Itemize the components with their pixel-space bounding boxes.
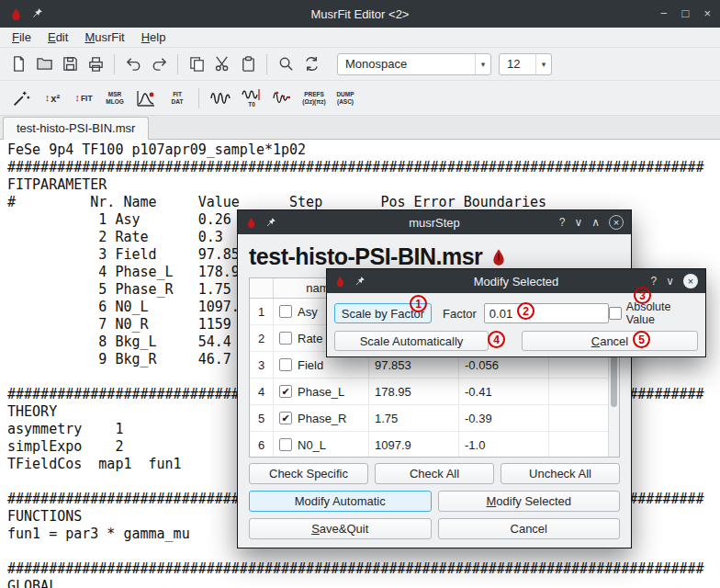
prefs-button[interactable]: PREFS (Ωz)(πz) (298, 84, 330, 113)
value-cell: 1.75 (369, 405, 459, 431)
menu-file[interactable]: File (4, 28, 39, 46)
save-button[interactable] (57, 51, 83, 77)
font-size-value: 12 (500, 57, 535, 71)
row-checkbox[interactable] (279, 358, 292, 371)
row-number: 5 (250, 405, 274, 431)
minimize-icon[interactable]: − (660, 0, 668, 28)
undo-button[interactable] (120, 51, 146, 77)
chevron-down-icon[interactable]: ▾ (475, 54, 490, 74)
help-icon[interactable]: ? (651, 275, 658, 288)
absolute-value-option[interactable]: Absolute Value (609, 300, 698, 326)
param-name: N0_L (298, 438, 326, 452)
fit-button[interactable]: ↕ FIT (68, 84, 99, 113)
menu-help[interactable]: Help (133, 28, 174, 46)
menu-musrfit[interactable]: MusrFit (76, 28, 132, 46)
raw-plot-button[interactable] (267, 84, 298, 113)
main-titlebar[interactable]: MusrFit Editor <2> − □ × (0, 0, 720, 28)
tabbar: test-histo-PSI-BIN.msr (0, 116, 720, 140)
prefs-sub-label: (Ωz)(πz) (302, 98, 325, 106)
paste-button[interactable] (235, 51, 261, 77)
chevron-down-icon[interactable]: ▾ (535, 54, 551, 74)
pin-icon[interactable] (264, 217, 276, 229)
font-family-combo[interactable]: Monospace ▾ (337, 53, 491, 75)
table-row[interactable]: 6 N0_L 1097.9 -1.0 (250, 432, 619, 458)
fit-dat-button[interactable]: FIT DAT (162, 84, 193, 113)
pin-icon[interactable] (30, 7, 43, 20)
copy-button[interactable] (184, 51, 209, 77)
unshade-icon[interactable]: ∧ (591, 216, 600, 229)
row-number: 3 (250, 352, 274, 378)
musrstep-cancel-button[interactable]: Cancel (438, 518, 621, 539)
msr-file-heading: test-histo-PSI-BIN.msr (249, 243, 482, 270)
toolbar-separator (114, 54, 115, 74)
mlog-label: MLOG (106, 98, 124, 106)
absolute-value-checkbox[interactable] (609, 307, 622, 320)
fit-dat-top-label: FIT (173, 91, 182, 98)
menu-edit[interactable]: Edit (39, 28, 76, 46)
param-name: Field (298, 358, 323, 372)
annotation-5: 5 (633, 331, 650, 348)
file-toolbar: Monospace ▾ 12 ▾ (0, 48, 720, 81)
close-icon[interactable]: × (609, 215, 624, 230)
close-icon[interactable]: × (683, 274, 698, 288)
factor-label: Factor (443, 307, 477, 321)
t0-button[interactable]: T0 (236, 84, 267, 113)
row-number: 4 (250, 379, 274, 404)
row-checkbox[interactable]: ✔ (279, 385, 292, 398)
updown-arrows-icon: ↕ (74, 93, 80, 103)
font-size-combo[interactable]: 12 ▾ (499, 53, 552, 75)
name-cell: ✔ Phase_L (274, 379, 369, 404)
dump-label: DUMP (336, 91, 354, 98)
modify-cancel-button[interactable]: Cancel (522, 331, 698, 351)
table-row[interactable]: 5 ✔ Phase_R 1.75 -0.39 (250, 405, 619, 432)
new-file-button[interactable] (6, 51, 31, 77)
redo-button[interactable] (146, 51, 172, 77)
uncheck-all-button[interactable]: Uncheck All (501, 463, 620, 484)
row-checkbox[interactable] (279, 332, 292, 345)
modify-selected-button[interactable]: Modify Selected (438, 491, 621, 512)
annotation-3: 3 (634, 287, 651, 304)
maximize-icon[interactable]: □ (682, 0, 690, 28)
pin-icon[interactable] (354, 276, 366, 288)
musrview-button[interactable] (130, 84, 162, 113)
save-quit-button[interactable]: Save&Quit (249, 518, 432, 539)
scale-automatically-button[interactable]: Scale Automatically (334, 331, 489, 351)
param-name: Rate (298, 332, 322, 345)
find-button[interactable] (273, 51, 298, 77)
tab-msr-file[interactable]: test-histo-PSI-BIN.msr (3, 117, 149, 140)
toolbar-separator (266, 54, 267, 74)
annotation-4: 4 (488, 331, 505, 348)
app-icon (245, 217, 257, 229)
row-checkbox[interactable]: ✔ (279, 412, 292, 424)
musr-wizard-button[interactable] (6, 84, 37, 113)
cut-button[interactable] (209, 51, 235, 77)
chisq-button[interactable]: ↕ x² (37, 84, 68, 113)
factor-input[interactable] (484, 303, 609, 323)
close-icon[interactable]: × (703, 0, 711, 28)
row-checkbox[interactable] (279, 305, 292, 318)
row-checkbox[interactable] (279, 438, 292, 451)
menubar: File Edit MusrFit Help (0, 28, 720, 48)
table-row[interactable]: 4 ✔ Phase_L 178.95 -0.41 (250, 379, 619, 405)
musr-drop-icon (489, 247, 508, 267)
msr-mlog-swap-button[interactable]: MSR MLOG (99, 84, 130, 113)
check-all-button[interactable]: Check All (375, 463, 494, 484)
replace-button[interactable] (298, 51, 324, 77)
fit-label: FIT (81, 94, 93, 103)
dump-sub-label: (ASC) (337, 98, 354, 106)
check-specific-button[interactable]: Check Specific (249, 463, 368, 484)
open-file-button[interactable] (31, 51, 57, 77)
modify-automatic-button[interactable]: Modify Automatic (249, 491, 432, 512)
musrft-button[interactable] (205, 84, 236, 113)
dump-button[interactable]: DUMP (ASC) (330, 84, 361, 113)
corner-header (250, 278, 274, 298)
print-button[interactable] (83, 51, 108, 77)
shade-icon[interactable]: ∨ (574, 216, 582, 229)
prefs-label: PREFS (304, 91, 324, 98)
dialog-title: Modify Selected (327, 275, 705, 288)
musrfit-editor-window: MusrFit Editor <2> − □ × File Edit MusrF… (0, 0, 720, 588)
musrstep-titlebar[interactable]: musrStep ? ∨ ∧ × (238, 210, 631, 234)
step-cell: -0.39 (459, 405, 549, 431)
help-icon[interactable]: ? (559, 216, 566, 229)
shade-icon[interactable]: ∨ (666, 275, 674, 288)
